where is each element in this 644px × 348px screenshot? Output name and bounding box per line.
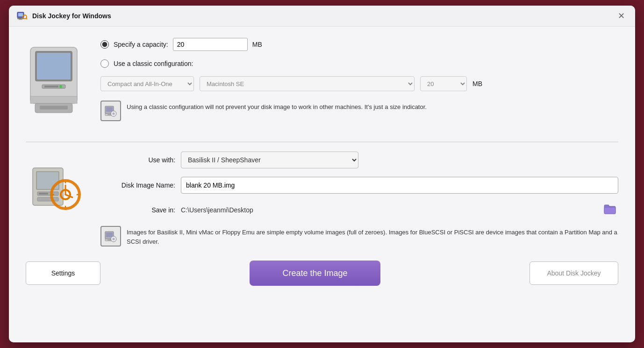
specify-capacity-row: Specify a capacity: MB [100, 38, 618, 51]
svg-rect-4 [19, 19, 22, 20]
top-section: Specify a capacity: MB Use a classic con… [26, 38, 618, 123]
svg-rect-13 [30, 96, 77, 103]
classic-config-label[interactable]: Use a classic configuration: [114, 60, 193, 67]
capacity-form: Specify a capacity: MB Use a classic con… [100, 38, 618, 123]
svg-rect-1 [18, 13, 23, 16]
emulator-icon-area [26, 161, 86, 212]
model-dropdown[interactable]: Macintosh SE [200, 76, 415, 91]
top-info-icon [100, 101, 121, 121]
specify-capacity-label[interactable]: Specify a capacity: [114, 41, 168, 48]
title-bar: Disk Jockey for Windows ✕ [9, 6, 635, 27]
create-image-button[interactable]: Create the Image [250, 261, 380, 286]
emulator-form-fields: Use with: Basilisk II / SheepShaver Mini… [100, 152, 618, 246]
settings-button[interactable]: Settings [26, 261, 100, 285]
svg-line-6 [26, 18, 27, 19]
disk-info-icon2-svg [104, 230, 117, 243]
classic-unit: MB [472, 80, 482, 87]
svg-point-12 [59, 85, 62, 88]
save-in-row: Save in: C:\Users\jeanmi\Desktop [100, 202, 618, 218]
section-divider [26, 142, 618, 142]
bottom-info-box: Images for Basilisk II, Mini vMac or Flo… [100, 226, 618, 246]
svg-rect-17 [106, 107, 113, 112]
svg-rect-26 [39, 193, 48, 195]
use-with-label: Use with: [100, 156, 175, 164]
bottom-info-text: Images for Basilisk II, Mini vMac or Flo… [127, 226, 618, 246]
svg-rect-36 [604, 207, 615, 214]
browse-folder-button[interactable] [601, 202, 618, 218]
classic-config-radio[interactable] [100, 59, 109, 68]
svg-rect-11 [44, 86, 58, 87]
main-content: Specify a capacity: MB Use a classic con… [9, 27, 635, 342]
svg-rect-42 [107, 240, 111, 240]
emulator-icon-svg [30, 161, 82, 212]
svg-rect-21 [107, 115, 111, 115]
svg-rect-15 [40, 106, 68, 109]
main-window: Disk Jockey for Windows ✕ [9, 6, 635, 342]
title-bar-left: Disk Jockey for Windows [16, 10, 111, 22]
disk-image-name-input[interactable] [181, 177, 618, 194]
svg-point-20 [113, 113, 115, 115]
mac-illustration-area [26, 43, 86, 119]
about-button[interactable]: About Disk Jockey [530, 261, 618, 285]
use-with-select[interactable]: Basilisk II / SheepShaver Mini vMac Flop… [181, 152, 358, 168]
classic-config-radio-row: Use a classic configuration: [100, 59, 618, 68]
app-icon [16, 10, 28, 22]
capacity-unit: MB [252, 41, 262, 48]
bottom-info-icon [100, 226, 121, 246]
close-button[interactable]: ✕ [615, 11, 628, 21]
svg-rect-9 [37, 53, 71, 80]
svg-rect-38 [106, 232, 113, 237]
size-dropdown[interactable]: 20 [420, 76, 467, 91]
disk-image-name-row: Disk Image Name: [100, 177, 618, 194]
top-info-box: Using a classic configuration will not p… [100, 99, 618, 123]
use-with-row: Use with: Basilisk II / SheepShaver Mini… [100, 152, 618, 168]
bottom-section: Use with: Basilisk II / SheepShaver Mini… [26, 152, 618, 246]
save-in-path: C:\Users\jeanmi\Desktop [181, 206, 596, 214]
capacity-input[interactable] [173, 38, 248, 51]
save-in-label: Save in: [100, 206, 175, 214]
folder-icon [603, 204, 616, 214]
mac-icon [26, 43, 82, 117]
specify-capacity-radio[interactable] [100, 40, 109, 49]
buttons-row: Settings Create the Image About Disk Joc… [26, 261, 618, 290]
window-title: Disk Jockey for Windows [32, 12, 111, 20]
classic-config-dropdowns: Compact and All-In-One Macintosh SE 20 M… [100, 76, 618, 91]
svg-point-41 [113, 238, 115, 240]
disk-image-name-label: Disk Image Name: [100, 181, 175, 189]
svg-rect-3 [19, 19, 21, 19]
top-info-text: Using a classic configuration will not p… [127, 101, 427, 112]
svg-rect-27 [37, 197, 58, 201]
disk-info-icon-svg [104, 104, 117, 117]
form-factor-dropdown[interactable]: Compact and All-In-One [100, 76, 194, 91]
